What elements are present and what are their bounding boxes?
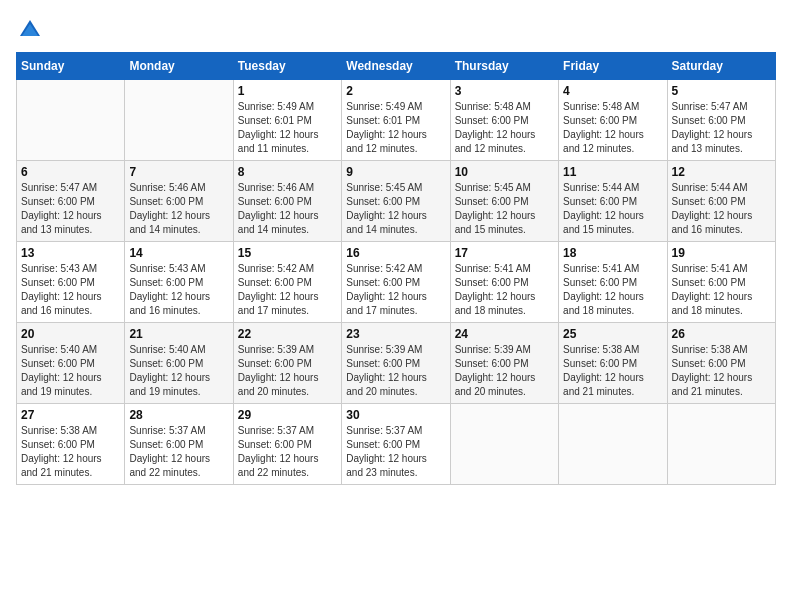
day-info: Sunrise: 5:39 AM Sunset: 6:00 PM Dayligh… <box>346 343 445 399</box>
calendar-cell: 17Sunrise: 5:41 AM Sunset: 6:00 PM Dayli… <box>450 242 558 323</box>
day-info: Sunrise: 5:43 AM Sunset: 6:00 PM Dayligh… <box>21 262 120 318</box>
day-info: Sunrise: 5:46 AM Sunset: 6:00 PM Dayligh… <box>129 181 228 237</box>
calendar-week-2: 6Sunrise: 5:47 AM Sunset: 6:00 PM Daylig… <box>17 161 776 242</box>
calendar-cell: 4Sunrise: 5:48 AM Sunset: 6:00 PM Daylig… <box>559 80 667 161</box>
day-info: Sunrise: 5:44 AM Sunset: 6:00 PM Dayligh… <box>672 181 771 237</box>
calendar-cell: 28Sunrise: 5:37 AM Sunset: 6:00 PM Dayli… <box>125 404 233 485</box>
day-info: Sunrise: 5:47 AM Sunset: 6:00 PM Dayligh… <box>21 181 120 237</box>
calendar-week-1: 1Sunrise: 5:49 AM Sunset: 6:01 PM Daylig… <box>17 80 776 161</box>
day-number: 27 <box>21 408 120 422</box>
day-info: Sunrise: 5:41 AM Sunset: 6:00 PM Dayligh… <box>455 262 554 318</box>
day-info: Sunrise: 5:37 AM Sunset: 6:00 PM Dayligh… <box>238 424 337 480</box>
calendar-cell: 21Sunrise: 5:40 AM Sunset: 6:00 PM Dayli… <box>125 323 233 404</box>
day-info: Sunrise: 5:45 AM Sunset: 6:00 PM Dayligh… <box>455 181 554 237</box>
calendar-cell: 5Sunrise: 5:47 AM Sunset: 6:00 PM Daylig… <box>667 80 775 161</box>
day-number: 25 <box>563 327 662 341</box>
day-number: 22 <box>238 327 337 341</box>
day-info: Sunrise: 5:41 AM Sunset: 6:00 PM Dayligh… <box>563 262 662 318</box>
day-number: 18 <box>563 246 662 260</box>
day-number: 3 <box>455 84 554 98</box>
day-number: 20 <box>21 327 120 341</box>
day-number: 11 <box>563 165 662 179</box>
logo-icon <box>16 16 44 44</box>
day-number: 8 <box>238 165 337 179</box>
calendar-cell: 9Sunrise: 5:45 AM Sunset: 6:00 PM Daylig… <box>342 161 450 242</box>
calendar-cell: 8Sunrise: 5:46 AM Sunset: 6:00 PM Daylig… <box>233 161 341 242</box>
day-number: 13 <box>21 246 120 260</box>
day-number: 6 <box>21 165 120 179</box>
calendar-cell: 1Sunrise: 5:49 AM Sunset: 6:01 PM Daylig… <box>233 80 341 161</box>
day-number: 10 <box>455 165 554 179</box>
day-number: 9 <box>346 165 445 179</box>
calendar-cell: 30Sunrise: 5:37 AM Sunset: 6:00 PM Dayli… <box>342 404 450 485</box>
day-number: 16 <box>346 246 445 260</box>
day-number: 24 <box>455 327 554 341</box>
day-number: 29 <box>238 408 337 422</box>
day-info: Sunrise: 5:47 AM Sunset: 6:00 PM Dayligh… <box>672 100 771 156</box>
calendar-cell: 24Sunrise: 5:39 AM Sunset: 6:00 PM Dayli… <box>450 323 558 404</box>
day-info: Sunrise: 5:40 AM Sunset: 6:00 PM Dayligh… <box>129 343 228 399</box>
day-info: Sunrise: 5:40 AM Sunset: 6:00 PM Dayligh… <box>21 343 120 399</box>
day-info: Sunrise: 5:44 AM Sunset: 6:00 PM Dayligh… <box>563 181 662 237</box>
calendar-cell <box>17 80 125 161</box>
calendar-cell: 26Sunrise: 5:38 AM Sunset: 6:00 PM Dayli… <box>667 323 775 404</box>
calendar-cell: 2Sunrise: 5:49 AM Sunset: 6:01 PM Daylig… <box>342 80 450 161</box>
day-info: Sunrise: 5:45 AM Sunset: 6:00 PM Dayligh… <box>346 181 445 237</box>
day-number: 15 <box>238 246 337 260</box>
day-number: 21 <box>129 327 228 341</box>
day-number: 12 <box>672 165 771 179</box>
day-number: 17 <box>455 246 554 260</box>
calendar-cell: 22Sunrise: 5:39 AM Sunset: 6:00 PM Dayli… <box>233 323 341 404</box>
day-number: 2 <box>346 84 445 98</box>
day-info: Sunrise: 5:37 AM Sunset: 6:00 PM Dayligh… <box>129 424 228 480</box>
day-number: 26 <box>672 327 771 341</box>
calendar-cell: 16Sunrise: 5:42 AM Sunset: 6:00 PM Dayli… <box>342 242 450 323</box>
calendar-cell: 29Sunrise: 5:37 AM Sunset: 6:00 PM Dayli… <box>233 404 341 485</box>
day-info: Sunrise: 5:49 AM Sunset: 6:01 PM Dayligh… <box>238 100 337 156</box>
day-info: Sunrise: 5:39 AM Sunset: 6:00 PM Dayligh… <box>455 343 554 399</box>
day-info: Sunrise: 5:38 AM Sunset: 6:00 PM Dayligh… <box>21 424 120 480</box>
column-header-thursday: Thursday <box>450 53 558 80</box>
calendar-cell: 15Sunrise: 5:42 AM Sunset: 6:00 PM Dayli… <box>233 242 341 323</box>
calendar-cell: 18Sunrise: 5:41 AM Sunset: 6:00 PM Dayli… <box>559 242 667 323</box>
logo <box>16 16 48 44</box>
day-info: Sunrise: 5:38 AM Sunset: 6:00 PM Dayligh… <box>672 343 771 399</box>
day-info: Sunrise: 5:39 AM Sunset: 6:00 PM Dayligh… <box>238 343 337 399</box>
day-info: Sunrise: 5:49 AM Sunset: 6:01 PM Dayligh… <box>346 100 445 156</box>
day-number: 19 <box>672 246 771 260</box>
calendar-week-3: 13Sunrise: 5:43 AM Sunset: 6:00 PM Dayli… <box>17 242 776 323</box>
day-info: Sunrise: 5:37 AM Sunset: 6:00 PM Dayligh… <box>346 424 445 480</box>
day-number: 23 <box>346 327 445 341</box>
day-info: Sunrise: 5:48 AM Sunset: 6:00 PM Dayligh… <box>563 100 662 156</box>
calendar-cell: 14Sunrise: 5:43 AM Sunset: 6:00 PM Dayli… <box>125 242 233 323</box>
day-info: Sunrise: 5:38 AM Sunset: 6:00 PM Dayligh… <box>563 343 662 399</box>
day-info: Sunrise: 5:46 AM Sunset: 6:00 PM Dayligh… <box>238 181 337 237</box>
day-number: 1 <box>238 84 337 98</box>
calendar-week-5: 27Sunrise: 5:38 AM Sunset: 6:00 PM Dayli… <box>17 404 776 485</box>
calendar-cell: 13Sunrise: 5:43 AM Sunset: 6:00 PM Dayli… <box>17 242 125 323</box>
calendar-cell <box>559 404 667 485</box>
day-number: 14 <box>129 246 228 260</box>
calendar-cell: 20Sunrise: 5:40 AM Sunset: 6:00 PM Dayli… <box>17 323 125 404</box>
page-header <box>16 16 776 44</box>
day-number: 30 <box>346 408 445 422</box>
day-info: Sunrise: 5:41 AM Sunset: 6:00 PM Dayligh… <box>672 262 771 318</box>
calendar-cell <box>450 404 558 485</box>
column-header-tuesday: Tuesday <box>233 53 341 80</box>
column-header-monday: Monday <box>125 53 233 80</box>
day-number: 4 <box>563 84 662 98</box>
day-info: Sunrise: 5:43 AM Sunset: 6:00 PM Dayligh… <box>129 262 228 318</box>
day-info: Sunrise: 5:42 AM Sunset: 6:00 PM Dayligh… <box>238 262 337 318</box>
day-info: Sunrise: 5:42 AM Sunset: 6:00 PM Dayligh… <box>346 262 445 318</box>
calendar-cell: 12Sunrise: 5:44 AM Sunset: 6:00 PM Dayli… <box>667 161 775 242</box>
day-number: 5 <box>672 84 771 98</box>
day-info: Sunrise: 5:48 AM Sunset: 6:00 PM Dayligh… <box>455 100 554 156</box>
calendar-cell <box>125 80 233 161</box>
calendar-cell: 27Sunrise: 5:38 AM Sunset: 6:00 PM Dayli… <box>17 404 125 485</box>
day-number: 28 <box>129 408 228 422</box>
calendar-body: 1Sunrise: 5:49 AM Sunset: 6:01 PM Daylig… <box>17 80 776 485</box>
calendar-cell: 6Sunrise: 5:47 AM Sunset: 6:00 PM Daylig… <box>17 161 125 242</box>
calendar-cell: 3Sunrise: 5:48 AM Sunset: 6:00 PM Daylig… <box>450 80 558 161</box>
calendar-cell: 10Sunrise: 5:45 AM Sunset: 6:00 PM Dayli… <box>450 161 558 242</box>
calendar-cell: 7Sunrise: 5:46 AM Sunset: 6:00 PM Daylig… <box>125 161 233 242</box>
